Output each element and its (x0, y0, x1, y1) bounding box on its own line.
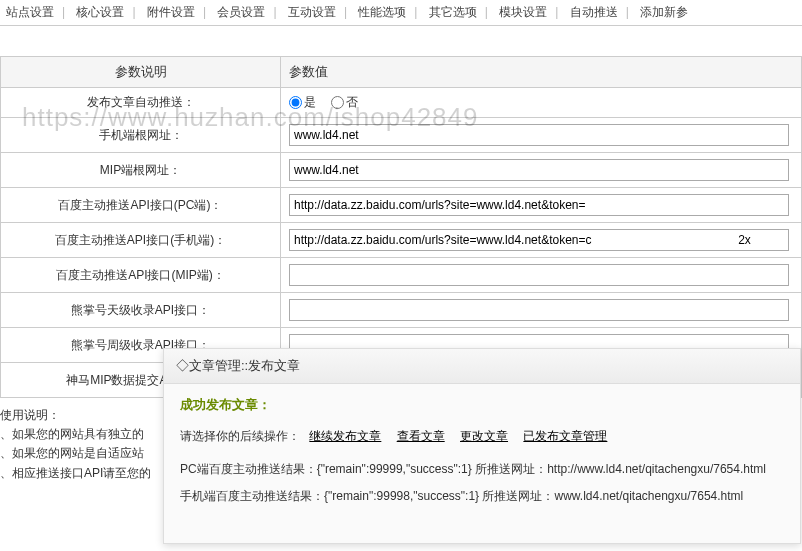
baidu-mobile-input[interactable] (289, 229, 789, 251)
mobile-root-input[interactable] (289, 124, 789, 146)
nav-sep: | (201, 5, 208, 19)
nav-sep: | (624, 5, 631, 19)
row-label: 百度主动推送API接口(手机端)： (1, 223, 281, 258)
radio-yes-label[interactable]: 是 (289, 95, 316, 109)
publish-result-panel: ◇文章管理::发布文章 成功发布文章： 请选择你的后续操作： 继续发布文章 查看… (163, 348, 801, 483)
mip-root-input[interactable] (289, 159, 789, 181)
panel-body: 成功发布文章： 请选择你的后续操作： 继续发布文章 查看文章 更改文章 已发布文… (164, 384, 800, 483)
row-mobile-root: 手机端根网址： (1, 118, 802, 153)
ops-row: 请选择你的后续操作： 继续发布文章 查看文章 更改文章 已发布文章管理 (180, 428, 784, 445)
op-continue[interactable]: 继续发布文章 (309, 429, 381, 443)
baidu-mip-input[interactable] (289, 264, 789, 286)
row-label: 发布文章自动推送： (1, 88, 281, 118)
nav-sep: | (130, 5, 137, 19)
radio-no[interactable] (331, 96, 344, 109)
row-mip-root: MIP端根网址： (1, 153, 802, 188)
header-label: 参数说明 (1, 57, 281, 88)
ops-prefix: 请选择你的后续操作： (180, 429, 300, 443)
nav-item[interactable]: 附件设置 (141, 5, 201, 19)
radio-yes[interactable] (289, 96, 302, 109)
op-view[interactable]: 查看文章 (397, 429, 445, 443)
nav-item[interactable]: 添加新参 (634, 5, 694, 19)
row-label: 手机端根网址： (1, 118, 281, 153)
radio-yes-text: 是 (304, 95, 316, 109)
row-baidu-mip: 百度主动推送API接口(MIP端)： (1, 258, 802, 293)
nav-item[interactable]: 会员设置 (211, 5, 271, 19)
result-pc: PC端百度主动推送结果：{"remain":99999,"success":1}… (180, 461, 784, 478)
baidu-pc-input[interactable] (289, 194, 789, 216)
row-value: 是 否 (281, 88, 802, 118)
row-label: MIP端根网址： (1, 153, 281, 188)
nav-item[interactable]: 互动设置 (282, 5, 342, 19)
nav-sep: | (412, 5, 419, 19)
success-heading: 成功发布文章： (180, 396, 784, 414)
row-xz-daily: 熊掌号天级收录API接口： (1, 293, 802, 328)
row-autopush: 发布文章自动推送： 是 否 (1, 88, 802, 118)
radio-no-label[interactable]: 否 (331, 95, 358, 109)
nav-sep: | (483, 5, 490, 19)
xz-daily-input[interactable] (289, 299, 789, 321)
row-label: 熊掌号天级收录API接口： (1, 293, 281, 328)
nav-sep: | (60, 5, 67, 19)
nav-sep: | (342, 5, 349, 19)
nav-sep: | (271, 5, 278, 19)
row-label: 百度主动推送API接口(PC端)： (1, 188, 281, 223)
nav-item[interactable]: 模块设置 (493, 5, 553, 19)
nav-item[interactable]: 站点设置 (0, 5, 60, 19)
panel-title: ◇文章管理::发布文章 (164, 349, 800, 384)
settings-table: 参数说明 参数值 发布文章自动推送： 是 否 手机端根网址： MIP端根网址： … (0, 56, 802, 398)
header-value: 参数值 (281, 57, 802, 88)
op-edit[interactable]: 更改文章 (460, 429, 508, 443)
nav-sep: | (553, 5, 560, 19)
row-label: 百度主动推送API接口(MIP端)： (1, 258, 281, 293)
row-baidu-mobile: 百度主动推送API接口(手机端)： (1, 223, 802, 258)
nav-item[interactable]: 性能选项 (352, 5, 412, 19)
nav-item[interactable]: 核心设置 (70, 5, 130, 19)
top-nav: 站点设置| 核心设置| 附件设置| 会员设置| 互动设置| 性能选项| 其它选项… (0, 0, 802, 26)
op-manage[interactable]: 已发布文章管理 (523, 429, 607, 443)
nav-item[interactable]: 自动推送 (564, 5, 624, 19)
row-baidu-pc: 百度主动推送API接口(PC端)： (1, 188, 802, 223)
nav-item[interactable]: 其它选项 (423, 5, 483, 19)
radio-no-text: 否 (346, 95, 358, 109)
